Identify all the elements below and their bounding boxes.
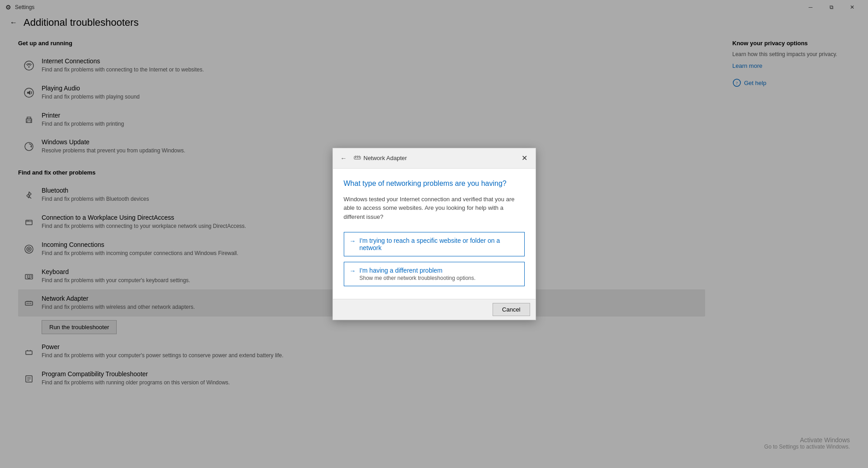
option1-arrow: → xyxy=(350,237,356,245)
modal-header-left: ← Network Adapter xyxy=(338,153,407,164)
modal-body: What type of networking problems are you… xyxy=(333,169,536,299)
modal-question: What type of networking problems are you… xyxy=(344,180,525,188)
modal-cancel-button[interactable]: Cancel xyxy=(493,303,530,316)
option2-arrow: → xyxy=(350,267,356,274)
svg-rect-50 xyxy=(355,157,356,158)
modal-header: ← Network Adapter ✕ xyxy=(333,148,536,169)
option1-content: I'm trying to reach a specific website o… xyxy=(360,237,519,251)
modal-close-button[interactable]: ✕ xyxy=(519,153,530,164)
modal-footer: Cancel xyxy=(333,299,536,320)
option2-content: I'm having a different problem Show me o… xyxy=(360,267,476,281)
modal-network-icon xyxy=(354,154,361,162)
option2-sub: Show me other network troubleshooting op… xyxy=(360,275,476,281)
modal-option-different-problem[interactable]: → I'm having a different problem Show me… xyxy=(344,262,525,286)
svg-rect-51 xyxy=(357,157,358,158)
modal-description: Windows tested your Internet connection … xyxy=(344,195,525,222)
modal-option-specific-website[interactable]: → I'm trying to reach a specific website… xyxy=(344,232,525,256)
svg-rect-52 xyxy=(359,157,360,158)
option1-text: I'm trying to reach a specific website o… xyxy=(360,237,519,251)
modal-back-button[interactable]: ← xyxy=(338,153,349,164)
modal-overlay: ← Network Adapter ✕ What type o xyxy=(0,0,868,468)
modal-title: Network Adapter xyxy=(364,155,407,161)
network-adapter-modal: ← Network Adapter ✕ What type o xyxy=(332,148,536,321)
option2-text: I'm having a different problem xyxy=(360,267,476,274)
